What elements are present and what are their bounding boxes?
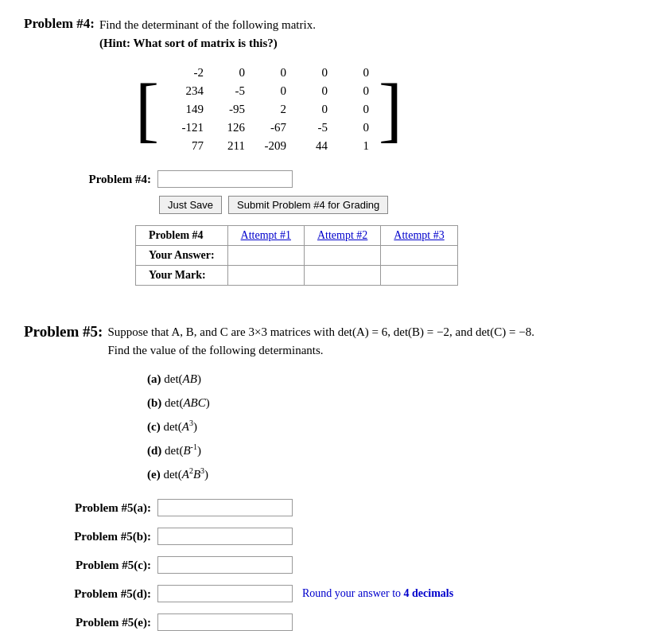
attempt3-answer <box>381 246 457 266</box>
part-d: (d) det(B-1) <box>147 438 648 462</box>
problem5-sub-items: (a) det(AB) (b) det(ABC) (c) det(A3) (d)… <box>147 367 648 486</box>
matrix-cell: 0 <box>331 83 372 99</box>
problem5-note-3: Round your answer to 4 decimals <box>302 587 453 600</box>
matrix-cell: -121 <box>165 119 207 136</box>
problem5-answer-input-0[interactable] <box>157 499 293 516</box>
matrix-cell: 126 <box>207 119 248 136</box>
problem5-desc2-text: Find the value of the following determin… <box>107 344 323 356</box>
problem5-input-label-1: Problem #5(b): <box>72 530 151 543</box>
table-col0-header: Problem #4 <box>136 226 228 246</box>
problem5-input-row-1: Problem #5(b): <box>72 528 648 545</box>
your-mark-label: Your Mark: <box>136 266 228 286</box>
matrix-cell: 77 <box>165 138 207 154</box>
table-col1-header[interactable]: Attempt #1 <box>227 226 304 246</box>
attempt1-answer <box>227 246 304 266</box>
problem5-answer-input-4[interactable] <box>157 613 293 631</box>
problem5-input-row-4: Problem #5(e): <box>72 613 648 631</box>
problem5-input-label-4: Problem #5(e): <box>72 616 151 629</box>
problem5-input-label-0: Problem #5(a): <box>72 501 151 515</box>
problem5-input-label-3: Problem #5(d): <box>72 587 151 601</box>
problem4-label: Problem #4: <box>24 16 95 32</box>
matrix-cell: 1 <box>331 138 372 154</box>
attempt2-mark <box>304 266 380 286</box>
part-b: (b) det(ABC) <box>147 391 648 415</box>
matrix-cell: 0 <box>289 64 331 81</box>
problem4-answer-input[interactable] <box>157 170 293 188</box>
problem4-description: Find the determinant of the following ma… <box>99 16 316 52</box>
problem5-inputs: Problem #5(a):Problem #5(b):Problem #5(c… <box>24 499 648 631</box>
matrix-cell: 234 <box>165 83 207 99</box>
problem5-answer-input-1[interactable] <box>157 528 293 545</box>
table-col2-header[interactable]: Attempt #2 <box>304 226 380 246</box>
matrix-cell: 0 <box>248 83 289 99</box>
part-e: (e) det(A2B3) <box>147 462 648 486</box>
your-answer-label: Your Answer: <box>136 246 228 266</box>
matrix-cell: 0 <box>331 64 372 81</box>
problem4-button-row: Just Save Submit Problem #4 for Grading <box>159 196 648 214</box>
matrix-grid: -20000234-5000149-95200-121126-67-507721… <box>159 61 379 158</box>
submit-problem4-button[interactable]: Submit Problem #4 for Grading <box>228 196 388 214</box>
problem4-header: Problem #4: Find the determinant of the … <box>24 16 648 52</box>
problem4-input-row: Problem #4: <box>72 170 648 188</box>
problem5-description: Suppose that A, B, and C are 3×3 matrice… <box>107 323 534 359</box>
matrix-cell: 44 <box>289 138 331 154</box>
attempt2-answer <box>304 246 380 266</box>
attempts-table: Problem #4 Attempt #1 Attempt #2 Attempt… <box>135 225 458 286</box>
matrix-cell: -5 <box>289 119 331 136</box>
matrix-container: [ -20000234-5000149-95200-121126-67-5077… <box>135 61 648 158</box>
part-c: (c) det(A3) <box>147 415 648 438</box>
table-col3-header[interactable]: Attempt #3 <box>381 226 457 246</box>
problem5-input-label-2: Problem #5(c): <box>72 559 151 572</box>
part-a: (a) det(AB) <box>147 367 648 391</box>
problem5-answer-input-2[interactable] <box>157 556 293 574</box>
problem5-desc-text: Suppose that A, B, and C are 3×3 matrice… <box>107 325 534 338</box>
matrix-cell: 0 <box>331 101 372 118</box>
attempt1-mark <box>227 266 304 286</box>
matrix-bracket-right: ] <box>379 74 402 146</box>
matrix-cell: -67 <box>248 119 289 136</box>
matrix-cell: 0 <box>289 83 331 99</box>
problem5-input-row-0: Problem #5(a): <box>72 499 648 516</box>
matrix-cell: 211 <box>207 138 248 154</box>
problem4-hint: (Hint: What sort of matrix is this?) <box>99 37 278 49</box>
matrix-cell: -2 <box>165 64 207 81</box>
matrix-cell: 0 <box>207 64 248 81</box>
problem5-input-row-3: Problem #5(d):Round your answer to 4 dec… <box>72 585 648 602</box>
matrix-cell: 0 <box>289 101 331 118</box>
problem5-label: Problem #5: <box>24 323 103 341</box>
matrix-cell: 0 <box>331 119 372 136</box>
matrix-bracket-left: [ <box>135 74 159 146</box>
matrix-cell: 149 <box>165 101 207 118</box>
problem4-input-label: Problem #4: <box>72 173 151 186</box>
just-save-button[interactable]: Just Save <box>159 196 222 214</box>
matrix-cell: 2 <box>248 101 289 118</box>
matrix-cell: -5 <box>207 83 248 99</box>
problem5-header: Problem #5: Suppose that A, B, and C are… <box>24 323 648 359</box>
matrix-cell: 0 <box>248 64 289 81</box>
matrix-cell: -209 <box>248 138 289 154</box>
problem4-desc-text: Find the determinant of the following ma… <box>99 18 316 31</box>
problem5-input-row-2: Problem #5(c): <box>72 556 648 574</box>
matrix-cell: -95 <box>207 101 248 118</box>
attempt3-mark <box>381 266 457 286</box>
problem5-answer-input-3[interactable] <box>157 585 293 602</box>
